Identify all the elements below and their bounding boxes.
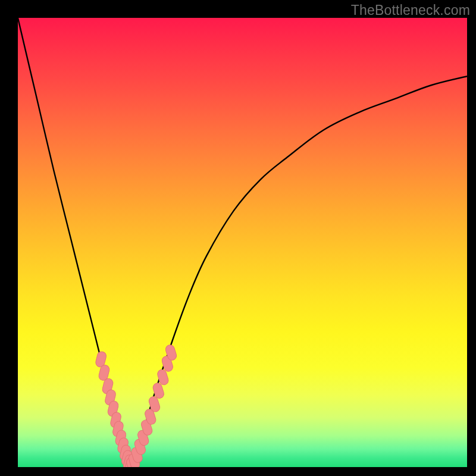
left-branch-markers	[95, 350, 136, 467]
plot-area	[18, 18, 467, 467]
chart-svg	[18, 18, 467, 467]
curve-layer	[18, 18, 467, 467]
watermark-text: TheBottleneck.com	[351, 2, 470, 18]
right-branch-markers	[126, 344, 178, 467]
chart-frame: TheBottleneck.com	[0, 0, 476, 476]
bottleneck-curve	[18, 18, 467, 467]
